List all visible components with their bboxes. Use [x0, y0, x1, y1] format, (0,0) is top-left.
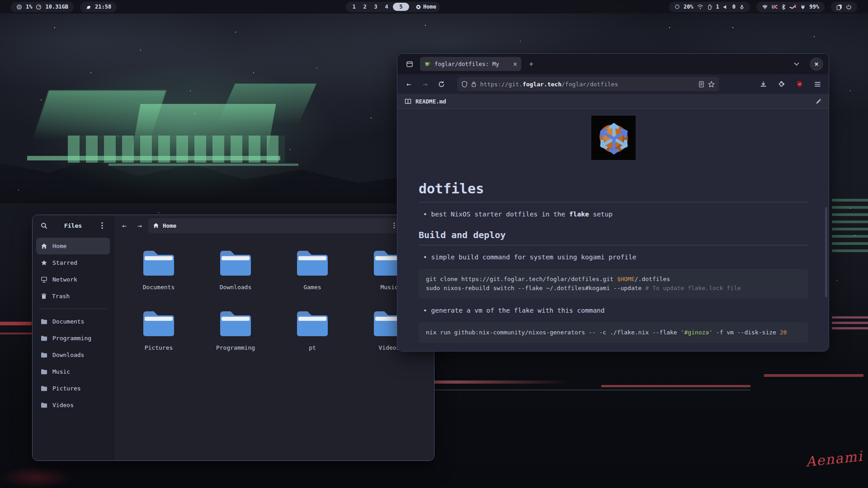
book-icon: [405, 99, 411, 104]
sidebar-item-network[interactable]: Network: [36, 271, 110, 288]
list-tabs-chevron-icon[interactable]: [793, 62, 800, 66]
code-block-vm: nix run github:nix-community/nixos-gener…: [419, 322, 808, 343]
download-icon: [760, 81, 767, 88]
trash-icon: [41, 293, 47, 300]
tray-wifi-icon[interactable]: [762, 4, 768, 9]
readme-list-1: best NixOS starter dotfiles in the flake…: [423, 211, 808, 218]
cpu-usage: 1%: [26, 4, 32, 10]
nav-back-button[interactable]: ←: [402, 77, 415, 91]
folder-icon: [41, 335, 47, 341]
clipboard-icon[interactable]: [836, 4, 842, 10]
battery-level: 99%: [809, 4, 819, 10]
tab-close-button[interactable]: ×: [513, 60, 517, 68]
code-line: nix run github:nix-community/nixos-gener…: [426, 328, 801, 337]
workspace-3[interactable]: 3: [371, 4, 380, 10]
workspace-2[interactable]: 2: [360, 4, 369, 10]
folder-icon: [41, 402, 47, 408]
ublock-origin-button[interactable]: uO: [793, 77, 806, 91]
sidebar-item-documents[interactable]: Documents: [36, 313, 110, 330]
url-bar[interactable]: https://git.foglar.tech/foglar/dotfiles: [457, 77, 719, 91]
new-tab-button[interactable]: +: [525, 58, 538, 70]
content-scrollbar[interactable]: [825, 207, 827, 297]
puzzle-icon: [778, 81, 785, 88]
app-menu-button[interactable]: [811, 77, 824, 91]
power-icon[interactable]: [846, 4, 852, 10]
sidebar-item-starred[interactable]: Starred: [36, 254, 110, 271]
home-icon: [153, 222, 159, 229]
folder-icon: [142, 249, 176, 277]
files-main: ← → Home: [114, 215, 434, 460]
forward-button[interactable]: →: [133, 219, 146, 232]
sidebar-item-downloads[interactable]: Downloads: [36, 347, 110, 363]
bookmark-star-icon[interactable]: [708, 81, 715, 88]
pathbar[interactable]: Home: [148, 218, 400, 233]
star-icon: [41, 259, 47, 266]
files-sidebar-menu-button[interactable]: [95, 219, 109, 232]
mode-label[interactable]: Home: [423, 4, 436, 10]
lock-icon[interactable]: [471, 81, 476, 87]
system-stats-pill: 1% 10.31GB: [11, 2, 74, 12]
files-app-title: Files: [53, 222, 93, 229]
firefox-view-button[interactable]: [403, 57, 416, 71]
memory-gauge-icon: [36, 4, 42, 10]
folder-icon: [295, 249, 330, 277]
shield-icon[interactable]: [462, 81, 467, 88]
code-line: git clone https://git.foglar.tech/foglar…: [426, 275, 801, 284]
extensions-button[interactable]: [774, 77, 788, 91]
files-sidebar-header: Files: [33, 215, 113, 236]
readme-bullet-1: best NixOS starter dotfiles in the flake…: [423, 211, 808, 218]
sidebar-item-programming[interactable]: Programming: [36, 330, 110, 347]
browser-tab[interactable]: foglar/dotfiles: My ×: [420, 57, 521, 71]
kebab-menu-icon: [101, 222, 103, 229]
sidebar-divider: [39, 309, 107, 309]
firefox-window: foglar/dotfiles: My × + × ← → https://gi…: [397, 53, 829, 352]
brightness-icon: [675, 4, 680, 9]
speaker-icon: [723, 4, 729, 10]
readme-list-3: generate a vm of the flake with this com…: [423, 307, 808, 314]
workspaces-pill: 1 2 3 4 5 Home: [346, 2, 440, 12]
wave-notification-icon[interactable]: [789, 4, 797, 10]
readme-title: dotfiles: [419, 181, 808, 202]
workspace-5-active[interactable]: 5: [393, 3, 409, 11]
readme-edit-button[interactable]: [816, 99, 821, 104]
folder-tile-programming[interactable]: Programming: [202, 309, 269, 370]
folder-tile-pictures[interactable]: Pictures: [125, 309, 193, 370]
nav-forward-button[interactable]: →: [418, 77, 432, 91]
folder-icon: [41, 352, 47, 358]
reader-mode-icon[interactable]: [698, 81, 704, 88]
hamburger-menu-icon: [814, 81, 821, 87]
sidebar-item-music[interactable]: Music: [36, 363, 110, 380]
files-folder-grid: Documents Downloads Games: [114, 236, 434, 460]
bluetooth-icon[interactable]: [781, 4, 786, 10]
files-search-button[interactable]: [37, 219, 51, 232]
pathbar-menu-button[interactable]: [393, 222, 395, 229]
workspace-4[interactable]: 4: [382, 4, 391, 10]
clock: 21:58: [95, 4, 111, 10]
folder-tile-pt[interactable]: pt: [278, 309, 346, 370]
sidebar-item-pictures[interactable]: Pictures: [36, 380, 110, 397]
network-icon: [41, 276, 47, 283]
folder-tile-games[interactable]: Games: [278, 249, 346, 309]
url-text: https://git.foglar.tech/foglar/dotfiles: [480, 81, 695, 88]
folder-tile-documents[interactable]: Documents: [125, 249, 193, 309]
readme-bullet-2: simple build command for system using ko…: [423, 253, 808, 261]
readme-body: dotfiles best NixOS starter dotfiles in …: [397, 109, 829, 343]
tab-bar: foglar/dotfiles: My × + ×: [397, 54, 829, 74]
sidebar-item-trash[interactable]: Trash: [36, 288, 110, 305]
folder-icon: [41, 369, 47, 375]
sidebar-item-home[interactable]: Home: [36, 238, 110, 254]
sidebar-item-videos[interactable]: Videos: [36, 397, 110, 413]
memory-usage: 10.31GB: [45, 4, 68, 10]
keyboard-battery-level: 1: [716, 4, 719, 10]
window-close-button[interactable]: ×: [810, 57, 823, 71]
back-button[interactable]: ←: [118, 219, 131, 232]
files-sidebar: Files Home Starred Network: [33, 215, 114, 460]
downloads-button[interactable]: [756, 77, 770, 91]
folder-tile-downloads[interactable]: Downloads: [202, 249, 269, 309]
status-pill: 20% 1 0: [669, 2, 750, 12]
workspace-1[interactable]: 1: [349, 4, 359, 10]
kebab-menu-icon: [393, 222, 395, 229]
reload-button[interactable]: [434, 77, 448, 91]
tray-uc-icon[interactable]: UC: [772, 4, 778, 10]
folder-icon: [41, 385, 47, 391]
